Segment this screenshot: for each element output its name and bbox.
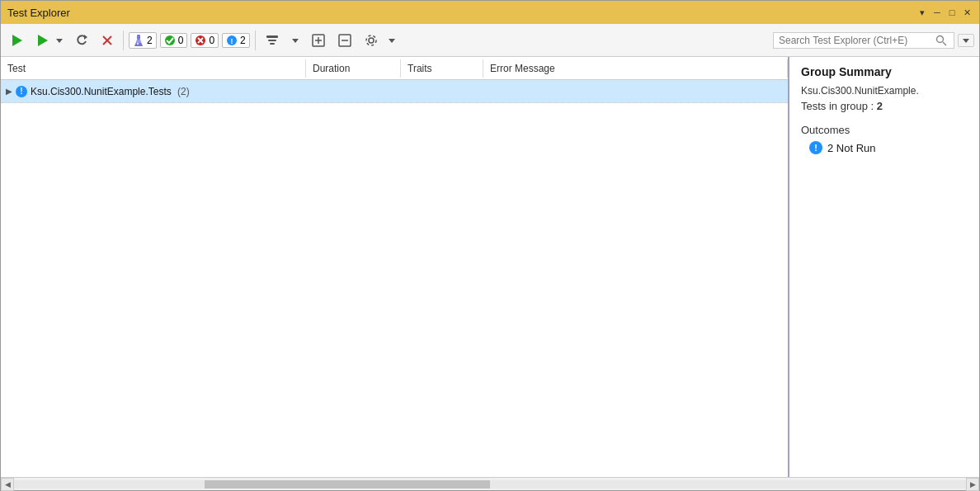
svg-marker-30	[963, 39, 969, 43]
cancel-icon	[101, 35, 113, 46]
column-headers: Test Duration Traits Error Message	[1, 57, 788, 80]
fail-icon	[195, 35, 206, 46]
fail-count-badge[interactable]: 0	[191, 33, 219, 48]
cancel-button[interactable]	[97, 31, 118, 50]
outcome-notrun-icon: !	[809, 141, 822, 154]
svg-rect-16	[266, 35, 278, 38]
search-box[interactable]	[773, 32, 954, 49]
svg-rect-6	[137, 35, 140, 40]
svg-marker-19	[292, 39, 299, 43]
toolbar: 2 0 0 ! 2	[1, 24, 979, 57]
notrun-icon: !	[226, 35, 238, 46]
svg-point-10	[165, 35, 175, 45]
outcome-notrun-label: 2 Not Run	[827, 142, 876, 154]
run-all-icon	[11, 34, 24, 47]
run-button[interactable]	[33, 31, 53, 50]
pass-icon	[164, 35, 176, 46]
svg-point-9	[137, 43, 139, 45]
flask-icon	[133, 34, 144, 47]
svg-marker-0	[12, 35, 22, 46]
tests-in-group-value: 2	[877, 100, 883, 112]
separator-1	[123, 31, 124, 50]
collapse-icon	[338, 34, 351, 47]
svg-marker-27	[389, 39, 395, 43]
svg-point-25	[369, 38, 374, 43]
svg-rect-18	[270, 43, 275, 45]
col-header-traits: Traits	[401, 59, 483, 78]
search-icon	[935, 35, 947, 46]
scroll-left-icon: ◀	[5, 480, 11, 489]
scroll-track[interactable]	[14, 480, 966, 489]
col-header-test: Test	[1, 59, 306, 78]
flask-count: 2	[147, 35, 153, 46]
separator-2	[255, 31, 256, 50]
test-row-name: ▶ ! Ksu.Cis300.NunitExample.Tests (2)	[6, 86, 311, 97]
svg-point-26	[366, 35, 376, 45]
pass-count-badge[interactable]: 0	[160, 33, 188, 48]
group-summary-panel: Group Summary Ksu.Cis300.NunitExample. T…	[789, 57, 979, 477]
maximize-btn[interactable]: □	[946, 7, 958, 18]
flask-count-badge[interactable]: 2	[129, 32, 157, 49]
notrun-count: 2	[240, 35, 246, 46]
test-count: (2)	[175, 86, 190, 97]
outcome-row: ! 2 Not Run	[801, 141, 968, 154]
bottom-scrollbar: ◀ ▶	[1, 477, 979, 490]
svg-point-28	[937, 35, 944, 42]
scroll-right-button[interactable]: ▶	[966, 478, 979, 491]
expand-arrow-icon[interactable]: ▶	[6, 87, 12, 96]
summary-title: Group Summary	[801, 65, 968, 78]
tests-in-group-label: Tests in group :	[801, 100, 874, 112]
title-controls: ▾ ─ □ ✕	[916, 7, 973, 18]
run-icon	[36, 34, 49, 47]
settings-button[interactable]	[360, 31, 383, 50]
scroll-right-icon: ▶	[970, 480, 976, 489]
pass-count: 0	[178, 35, 184, 46]
expand-icon	[312, 34, 325, 47]
scroll-left-button[interactable]: ◀	[1, 478, 14, 491]
fail-count: 0	[209, 35, 214, 46]
scroll-thumb[interactable]	[205, 480, 490, 489]
col-header-duration: Duration	[306, 59, 401, 78]
main-window: Test Explorer ▾ ─ □ ✕	[0, 0, 980, 491]
content-area: Test Duration Traits Error Message ▶ ! K…	[1, 57, 979, 477]
collapse-button[interactable]	[333, 31, 356, 50]
close-btn[interactable]: ✕	[961, 7, 973, 18]
col-header-error: Error Message	[483, 59, 788, 78]
settings-dropdown-button[interactable]	[386, 34, 398, 47]
not-run-icon: !	[16, 86, 27, 97]
group-icon	[266, 34, 279, 47]
test-name: Ksu.Cis300.NunitExample.Tests	[31, 86, 172, 97]
svg-text:!: !	[231, 37, 233, 45]
test-rows: ▶ ! Ksu.Cis300.NunitExample.Tests (2)	[1, 80, 788, 477]
svg-line-29	[943, 42, 946, 45]
refresh-button[interactable]	[70, 31, 93, 50]
run-button-group	[32, 30, 67, 51]
settings-dropdown-icon	[389, 37, 395, 44]
group-dropdown-icon	[292, 37, 299, 44]
expand-button[interactable]	[307, 31, 330, 50]
svg-rect-17	[268, 40, 276, 41]
window-title: Test Explorer	[7, 7, 70, 19]
title-bar: Test Explorer ▾ ─ □ ✕	[1, 1, 979, 24]
summary-group-name: Ksu.Cis300.NunitExample.	[801, 85, 968, 97]
minimize-btn[interactable]: ─	[931, 7, 943, 18]
group-button[interactable]	[261, 31, 284, 50]
run-all-button[interactable]	[6, 31, 29, 50]
settings-icon	[365, 34, 378, 47]
svg-marker-3	[84, 35, 87, 40]
refresh-icon	[75, 34, 88, 47]
run-dropdown-button[interactable]	[53, 34, 66, 47]
notrun-count-badge[interactable]: ! 2	[222, 33, 250, 48]
dropdown-btn[interactable]: ▾	[916, 7, 928, 18]
search-dropdown-button[interactable]	[958, 34, 974, 47]
test-list-panel: Test Duration Traits Error Message ▶ ! K…	[1, 57, 789, 477]
table-row[interactable]: ▶ ! Ksu.Cis300.NunitExample.Tests (2)	[1, 80, 788, 103]
search-dropdown-icon	[963, 37, 969, 44]
summary-tests-count: Tests in group : 2	[801, 100, 968, 112]
search-input[interactable]	[779, 35, 935, 46]
run-dropdown-icon	[56, 37, 63, 44]
summary-outcomes-title: Outcomes	[801, 124, 968, 136]
svg-marker-2	[56, 39, 63, 43]
svg-marker-1	[38, 35, 48, 46]
group-dropdown-button[interactable]	[287, 34, 304, 47]
